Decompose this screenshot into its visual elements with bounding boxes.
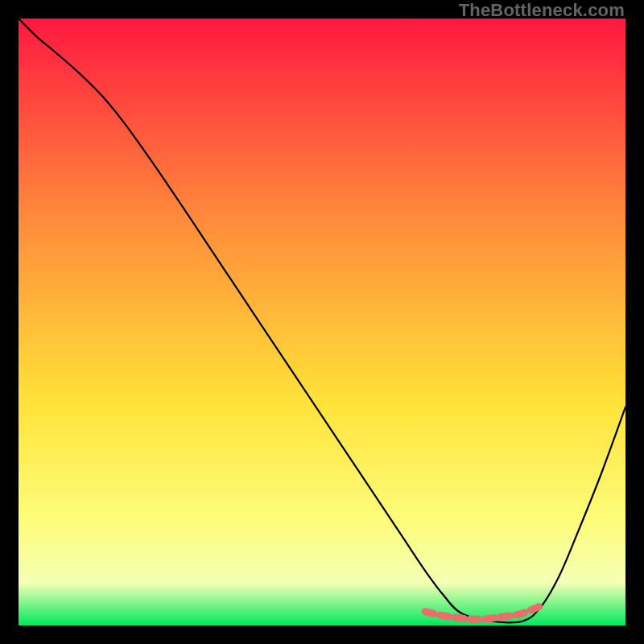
- gradient-background: [19, 19, 625, 625]
- chart-frame: [19, 19, 625, 625]
- watermark-text: TheBottleneck.com: [459, 0, 625, 21]
- chart-plot: [19, 19, 625, 625]
